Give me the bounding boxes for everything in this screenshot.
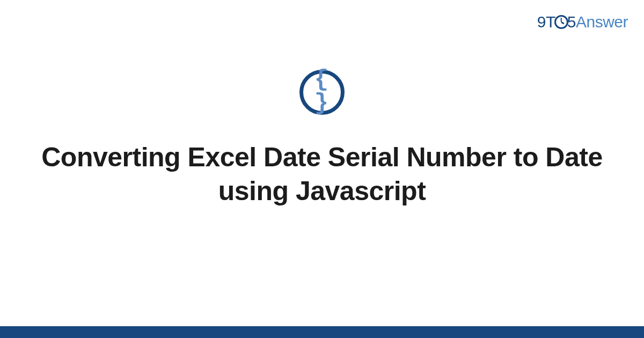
page-title: Converting Excel Date Serial Number to D… [0,141,644,208]
logo-text-9t: 9T [537,13,555,31]
site-logo: 9T5Answer [537,13,628,31]
logo-text-answer: Answer [576,13,628,31]
braces-glyph: { } [303,68,341,115]
main-content: { } Converting Excel Date Serial Number … [0,70,644,208]
footer-bar [0,326,644,338]
logo-text-5: 5 [567,13,576,31]
code-braces-icon: { } [299,70,345,115]
clock-icon [554,15,568,29]
